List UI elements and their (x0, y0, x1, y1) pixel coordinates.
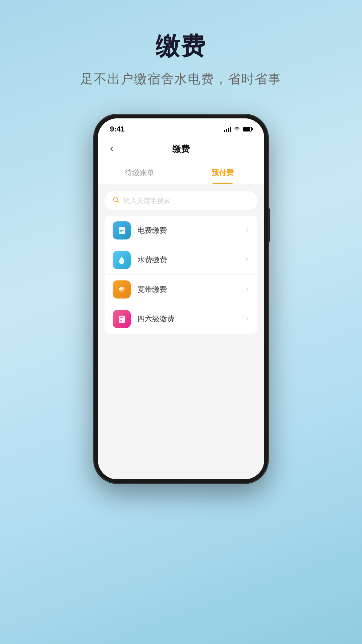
svg-rect-5 (120, 230, 124, 231)
svg-point-8 (121, 289, 122, 290)
phone-screen: 9:41 (98, 118, 264, 479)
svg-rect-6 (120, 231, 122, 232)
back-button[interactable] (106, 142, 117, 157)
tab-pending[interactable]: 待缴账单 (98, 161, 181, 184)
electricity-chevron (245, 226, 249, 234)
water-icon (113, 251, 131, 269)
broadband-label: 宽带缴费 (137, 284, 245, 294)
page-title-text: 缴费 (156, 30, 206, 62)
exam-label: 四六级缴费 (137, 314, 245, 324)
water-label: 水费缴费 (137, 255, 245, 265)
broadband-chevron (245, 285, 249, 293)
status-time: 9:41 (110, 125, 125, 133)
search-icon (113, 196, 119, 205)
svg-rect-3 (120, 227, 121, 229)
app-header: 缴费 (98, 137, 264, 161)
tab-pending-label: 待缴账单 (125, 168, 154, 178)
water-chevron (245, 256, 249, 264)
tab-prepay-label: 预付费 (212, 168, 234, 178)
electricity-icon (113, 221, 131, 239)
menu-item-water[interactable]: 水费缴费 (105, 245, 257, 275)
status-icons (224, 126, 252, 132)
search-bar[interactable]: 输入关键字搜索 (105, 191, 257, 210)
phone-shell: 9:41 (94, 114, 268, 483)
broadband-icon (113, 280, 131, 299)
tab-prepay[interactable]: 预付费 (181, 161, 264, 184)
svg-rect-4 (121, 227, 122, 229)
battery-icon (243, 127, 252, 131)
search-placeholder: 输入关键字搜索 (123, 196, 170, 205)
content-area: 输入关键字搜索 (98, 184, 264, 479)
menu-list: 电费缴费 (105, 216, 257, 334)
wifi-icon (234, 126, 240, 132)
tabs-container: 待缴账单 预付费 (98, 161, 264, 184)
header-title: 缴费 (172, 143, 190, 155)
svg-rect-10 (120, 317, 123, 318)
phone-mockup: 9:41 (94, 114, 268, 483)
svg-rect-12 (120, 320, 122, 321)
exam-icon (113, 310, 131, 328)
electricity-label: 电费缴费 (137, 225, 245, 235)
menu-item-broadband[interactable]: 宽带缴费 (105, 275, 257, 304)
signal-bars-icon (224, 126, 231, 132)
svg-rect-11 (120, 319, 123, 319)
menu-item-exam[interactable]: 四六级缴费 (105, 304, 257, 334)
menu-item-electricity[interactable]: 电费缴费 (105, 216, 257, 245)
page-subtitle-text: 足不出户缴宿舍水电费，省时省事 (80, 70, 282, 88)
status-bar: 9:41 (98, 118, 264, 137)
exam-chevron (245, 315, 249, 323)
